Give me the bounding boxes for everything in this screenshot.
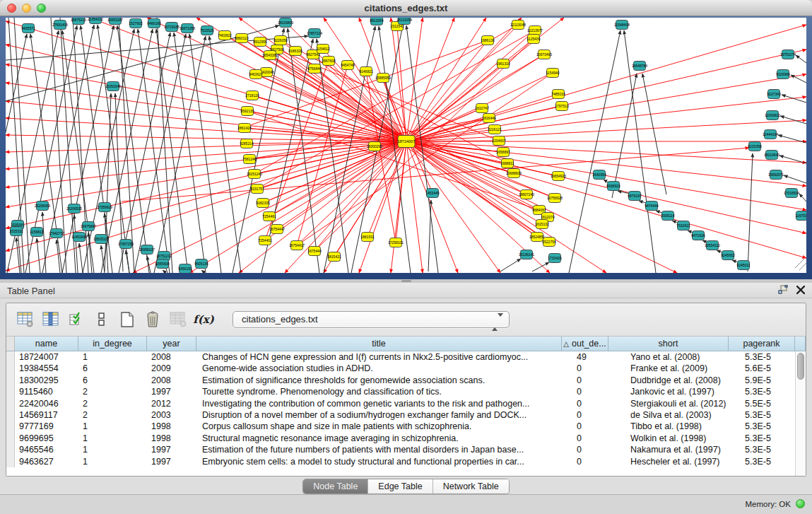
column-header-name[interactable]: name	[15, 337, 78, 351]
cell-out_de[interactable]: 0	[572, 363, 619, 374]
cell-title[interactable]: Genome-wide association studies in ADHD.	[196, 363, 572, 374]
cell-short[interactable]: Hescheler et al. (1997)	[619, 456, 739, 467]
cell-out_de[interactable]: 0	[572, 409, 619, 421]
row-height-button[interactable]	[91, 309, 112, 330]
cell-year[interactable]: 2009	[147, 363, 196, 374]
column-header-year[interactable]: year	[147, 337, 196, 351]
graph-node-label: 3315332	[9, 229, 23, 233]
cell-name[interactable]: 9465546	[15, 444, 78, 455]
table-mode-button[interactable]	[15, 309, 36, 330]
cell-short[interactable]: Nakamura et al. (1997)	[619, 444, 739, 455]
cell-in_degree[interactable]: 1	[78, 421, 147, 432]
cell-name[interactable]: 18724007	[15, 351, 78, 363]
table-row[interactable]: 1938455462009Genome-wide association stu…	[6, 363, 806, 374]
cell-out_de[interactable]: 0	[572, 386, 619, 397]
cell-title[interactable]: Estimation of the future numbers of pati…	[196, 444, 572, 455]
cell-name[interactable]: 14569117	[15, 409, 78, 421]
cell-year[interactable]: 1997	[147, 444, 196, 455]
graph-node-label: 1658897	[496, 150, 510, 154]
citation-network-graph[interactable]: 7463822886012389129558226058982750881863…	[6, 18, 806, 273]
close-panel-icon[interactable]	[796, 286, 805, 294]
cell-short[interactable]: Dudbridge et al. (2008)	[619, 375, 739, 386]
cell-title[interactable]: Corpus callosum shape and size in male p…	[196, 421, 572, 432]
new-column-button[interactable]	[117, 309, 138, 330]
cell-title[interactable]: Disruption of a novel member of a sodium…	[196, 409, 572, 421]
cell-in_degree[interactable]: 1	[78, 433, 147, 444]
column-checklist-button[interactable]	[66, 309, 87, 330]
delete-table-button[interactable]	[167, 309, 189, 330]
cell-title[interactable]: Changes of HCN gene expression and I(f) …	[196, 351, 572, 363]
cell-title[interactable]: Investigating the contribution of common…	[196, 398, 572, 409]
table-row[interactable]: 946362711997Embryonic stem cells: a mode…	[6, 456, 806, 467]
cell-name[interactable]: 9115460	[15, 386, 78, 397]
cell-in_degree[interactable]: 2	[78, 409, 147, 421]
cell-title[interactable]: Structural magnetic resonance image aver…	[196, 433, 572, 444]
cell-year[interactable]: 2003	[147, 409, 196, 421]
table-row[interactable]: 911546021997Tourette syndrome. Phenomeno…	[6, 386, 806, 397]
cell-in_degree[interactable]: 2	[78, 386, 147, 397]
cell-name[interactable]: 18300295	[15, 375, 78, 386]
splitter-grip[interactable]	[401, 280, 411, 282]
table-row[interactable]: 1456911722003Disruption of a novel membe…	[6, 409, 806, 421]
cell-name[interactable]: 9463627	[15, 456, 78, 467]
cell-title[interactable]: Estimation of significance thresholds fo…	[196, 375, 572, 386]
cell-year[interactable]: 1997	[147, 456, 196, 467]
tab-node-table[interactable]: Node Table	[303, 479, 368, 493]
cell-short[interactable]: Stergiakouli et al. (2012)	[619, 398, 739, 409]
delete-columns-button[interactable]	[142, 309, 163, 330]
cell-title[interactable]: Tourette syndrome. Phenomenology and cla…	[196, 386, 572, 397]
cell-in_degree[interactable]: 2	[78, 398, 147, 409]
cell-short[interactable]: Yano et al. (2008)	[619, 351, 739, 363]
table-row[interactable]: 946554611997Estimation of the future num…	[6, 444, 806, 455]
column-header-in_degree[interactable]: in_degree	[78, 337, 147, 351]
cell-out_de[interactable]: 0	[572, 421, 619, 432]
table-row[interactable]: 1872400712008Changes of HCN gene express…	[6, 351, 806, 363]
show-columns-button[interactable]	[40, 309, 61, 330]
cell-in_degree[interactable]: 6	[78, 375, 147, 386]
cell-year[interactable]: 2008	[147, 351, 196, 363]
cell-year[interactable]: 1998	[147, 421, 196, 432]
cell-out_de[interactable]: 0	[572, 398, 619, 409]
cell-out_de[interactable]: 0	[572, 433, 619, 444]
cell-in_degree[interactable]: 1	[78, 456, 147, 467]
cell-out_de[interactable]: 49	[572, 351, 619, 363]
cell-out_de[interactable]: 0	[572, 375, 619, 386]
cell-year[interactable]: 1997	[147, 386, 196, 397]
cell-year[interactable]: 2012	[147, 398, 196, 409]
scrollbar-thumb[interactable]	[797, 353, 804, 380]
cell-short[interactable]: Jankovic et al. (1997)	[619, 386, 739, 397]
cell-name[interactable]: 19384554	[15, 363, 78, 374]
column-header-title[interactable]: title	[196, 337, 562, 351]
cell-short[interactable]: Tibbo et al. (1998)	[619, 421, 739, 432]
cell-year[interactable]: 2008	[147, 375, 196, 386]
cell-short[interactable]: Wolkin et al. (1998)	[619, 433, 739, 444]
cell-out_de[interactable]: 0	[572, 456, 619, 467]
table-row[interactable]: 977716911998Corpus callosum shape and si…	[6, 421, 806, 432]
table-row[interactable]: 2242004622012Investigating the contribut…	[6, 398, 806, 409]
column-header-short[interactable]: short	[608, 337, 729, 351]
resize-grip[interactable]	[795, 259, 806, 270]
cell-short[interactable]: de Silva et al. (2003)	[619, 409, 739, 421]
cell-year[interactable]: 1998	[147, 433, 196, 444]
tab-network-table[interactable]: Network Table	[433, 479, 509, 493]
table-row[interactable]: 969969511998Structural magnetic resonanc…	[6, 433, 806, 444]
cell-name[interactable]: 9699695	[15, 433, 78, 444]
cell-short[interactable]: Franke et al. (2009)	[619, 363, 739, 374]
cell-in_degree[interactable]: 1	[78, 351, 147, 363]
float-panel-icon[interactable]	[778, 285, 788, 294]
cell-in_degree[interactable]: 1	[78, 444, 147, 455]
column-header-pagerank[interactable]: pagerank	[729, 337, 795, 351]
tab-edge-table[interactable]: Edge Table	[368, 479, 433, 493]
vertical-scrollbar[interactable]	[795, 351, 806, 476]
cell-out_de[interactable]: 0	[572, 444, 619, 455]
cell-in_degree[interactable]: 6	[78, 363, 147, 374]
table-selector-dropdown[interactable]: citations_edges.txt	[233, 311, 510, 328]
cell-name[interactable]: 9777169	[15, 421, 78, 432]
function-builder-button[interactable]: f(x)	[193, 309, 214, 330]
cell-name[interactable]: 22420046	[15, 398, 78, 409]
table-row[interactable]: 1830029562008Estimation of significance …	[6, 375, 806, 386]
cell-title[interactable]: Embryonic stem cells: a model to study s…	[196, 456, 572, 467]
network-canvas[interactable]: 7463822886012389129558226058982750881863…	[6, 18, 806, 273]
column-header-out_de[interactable]: △out_de...	[562, 337, 608, 351]
network-window-titlebar[interactable]: citations_edges.txt	[0, 0, 812, 16]
